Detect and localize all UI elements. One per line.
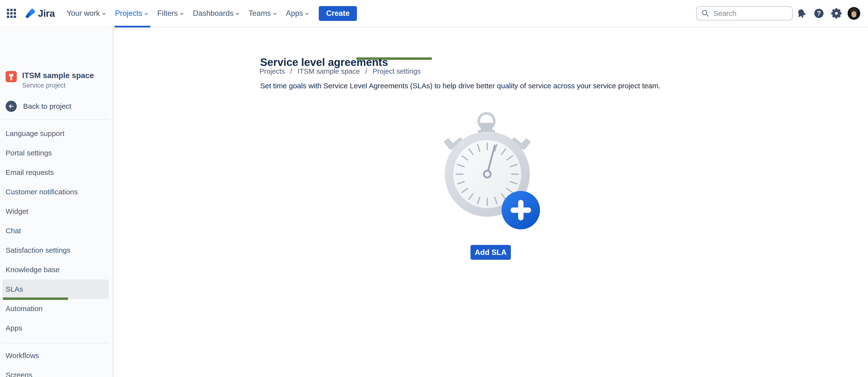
- gear-icon: [831, 8, 842, 19]
- sidebar-item-workflows[interactable]: Workflows: [2, 346, 109, 365]
- user-avatar[interactable]: [847, 7, 860, 20]
- sidebar-item-slas[interactable]: SLAs: [2, 280, 109, 299]
- settings-button[interactable]: [828, 5, 845, 22]
- sidebar-item-satisfaction-settings[interactable]: Satisfaction settings: [2, 240, 109, 260]
- project-meta: ITSM sample space Service project: [22, 71, 94, 89]
- page-description: Set time goals with Service Level Agreem…: [260, 81, 674, 91]
- sidebar-item-portal-settings[interactable]: Portal settings: [2, 143, 109, 163]
- nav-item-your-work[interactable]: Your work: [62, 0, 111, 27]
- chevron-down-icon: [236, 13, 239, 15]
- sidebar-item-chat[interactable]: Chat: [2, 221, 109, 240]
- nav-item-dashboards[interactable]: Dashboards: [188, 0, 244, 27]
- stopwatch-illustration: [434, 110, 546, 246]
- sidebar-menu-secondary: Workflows Screens Fields: [2, 346, 109, 377]
- chevron-down-icon: [145, 13, 148, 15]
- sidebar-divider: [2, 119, 109, 120]
- notifications-button[interactable]: [793, 5, 810, 22]
- nav-item-filters[interactable]: Filters: [153, 0, 188, 27]
- wrench-icon: [6, 71, 17, 82]
- project-type: Service project: [22, 82, 94, 89]
- help-button[interactable]: ?: [810, 5, 828, 22]
- top-navigation-bar: Jira Your work Projects Filters Dashboar…: [0, 0, 868, 27]
- chevron-down-icon: [273, 13, 277, 15]
- sidebar-item-screens[interactable]: Screens: [2, 365, 109, 377]
- sidebar-item-apps[interactable]: Apps: [2, 318, 109, 338]
- back-circle: [6, 101, 17, 112]
- sidebar-item-email-requests[interactable]: Email requests: [2, 163, 109, 182]
- sidebar-item-language-support[interactable]: Language support: [2, 124, 109, 143]
- chevron-down-icon: [180, 13, 184, 15]
- sidebar-menu-primary: Language support Portal settings Email r…: [2, 124, 109, 338]
- search-input[interactable]: [713, 9, 788, 18]
- sidebar-divider: [2, 343, 109, 343]
- arrow-left-icon: [8, 103, 14, 110]
- jira-logo-icon: [25, 8, 36, 19]
- nav-item-apps[interactable]: Apps: [281, 0, 314, 27]
- back-label: Back to project: [23, 102, 71, 110]
- nav-item-teams[interactable]: Teams: [244, 0, 281, 27]
- help-icon: ?: [813, 8, 824, 19]
- create-button[interactable]: Create: [319, 6, 357, 21]
- search-icon: [701, 9, 710, 18]
- jira-logo-text: Jira: [38, 8, 55, 19]
- back-to-project-button[interactable]: Back to project: [6, 101, 71, 112]
- project-header: ITSM sample space Service project: [6, 71, 94, 89]
- sidebar-item-customer-notifications[interactable]: Customer notifications: [2, 182, 109, 202]
- app-switcher-icon[interactable]: [7, 9, 16, 18]
- plus-badge-icon: [502, 191, 540, 229]
- jira-logo[interactable]: Jira: [25, 8, 55, 19]
- add-sla-button[interactable]: Add SLA: [470, 245, 511, 260]
- project-name: ITSM sample space: [22, 71, 94, 80]
- sidebar-item-automation[interactable]: Automation: [2, 299, 109, 318]
- sidebar-item-knowledge-base[interactable]: Knowledge base: [2, 260, 109, 280]
- chevron-down-icon: [305, 13, 309, 15]
- chevron-down-icon: [102, 13, 106, 15]
- project-settings-sidebar: ITSM sample space Service project Back t…: [0, 28, 114, 377]
- search-box[interactable]: [696, 6, 793, 21]
- bell-icon: [796, 8, 807, 19]
- svg-text:?: ?: [817, 10, 821, 17]
- page-title: Service level agreements: [260, 55, 388, 69]
- main-content: Projects / ITSM sample space / Project s…: [114, 28, 868, 377]
- active-nav-underline: [115, 26, 150, 28]
- nav-item-projects[interactable]: Projects: [111, 0, 153, 27]
- project-avatar-icon: [6, 71, 17, 82]
- sidebar-item-widget[interactable]: Widget: [2, 202, 109, 221]
- primary-nav-menu: Your work Projects Filters Dashboards Te…: [62, 0, 313, 27]
